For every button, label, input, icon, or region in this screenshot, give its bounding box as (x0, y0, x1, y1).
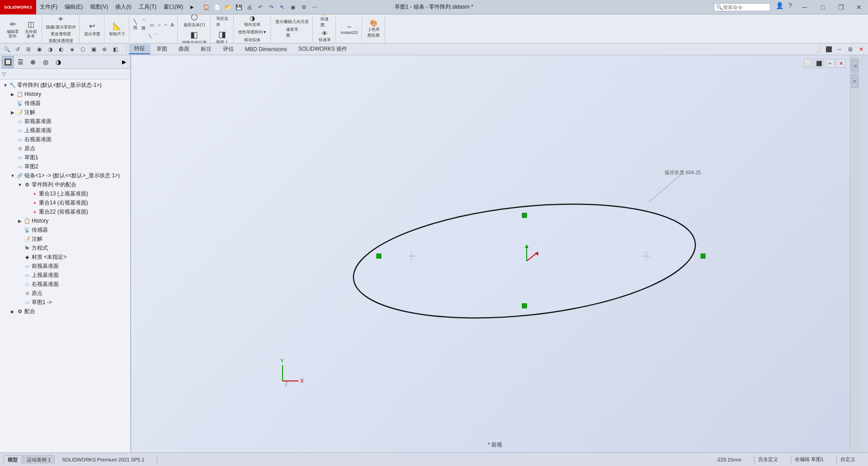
tab-evaluate[interactable]: 评估 (217, 44, 239, 54)
view-icon-1[interactable]: 🔍 (2, 44, 12, 54)
vp-close-btn[interactable]: ✕ (836, 59, 845, 68)
vp-btn-1[interactable]: ⬜ (804, 59, 813, 68)
restore-button[interactable]: ❐ (832, 0, 850, 14)
vp-btn-3[interactable]: ↔ (826, 59, 835, 68)
spline-button[interactable]: ~ (163, 22, 168, 28)
change-transparency-button[interactable]: 更改透明度 (49, 31, 72, 38)
menu-expand[interactable]: ▶ (187, 0, 198, 14)
menu-view[interactable]: 视图(V) (86, 0, 112, 14)
tree-item-right-plane2[interactable]: ▶ ▭ 右视基准面 (0, 280, 130, 289)
quick-snap-button[interactable]: ⚡ 快速图 (316, 14, 334, 29)
offset-entities-button[interactable]: ≡ 等距实体 (213, 14, 231, 29)
handle-bottom[interactable] (522, 304, 527, 308)
tree-item-right-plane[interactable]: ▶ ▭ 右视基准面 (0, 135, 130, 144)
view-icon-5[interactable]: ◑ (45, 44, 55, 54)
close-button[interactable]: ✕ (850, 0, 868, 14)
fm-icon-dxfmanager[interactable]: ◎ (40, 56, 52, 68)
panel-toggle-1[interactable]: ⬜ (813, 44, 823, 54)
toolbar-home[interactable]: 🏠 (201, 2, 211, 12)
handle-right[interactable] (701, 254, 705, 258)
linear-array-button[interactable]: 线性草图阵列▼ (236, 29, 269, 36)
tree-item-front-plane[interactable]: ▶ ▭ 前视基准面 (0, 117, 130, 126)
panel-expand[interactable]: ⊞ (845, 44, 855, 54)
tree-item-mates[interactable]: ▼ ⚙ 零件阵列 中的配合 (0, 180, 130, 189)
tree-item-coincident22[interactable]: ▶ 🔺 重合22 (前视基准面) (0, 207, 130, 216)
menu-window[interactable]: 窗口(W) (160, 0, 187, 14)
tree-item-origin2[interactable]: ▶ ⊕ 原点 (0, 289, 130, 298)
show-hide-geo-button[interactable]: 显示/删除几何关系 (274, 18, 311, 26)
tree-item-sensor1[interactable]: ▶ 📡 传感器 (0, 99, 130, 108)
edit-component-button[interactable]: ✏ 编辑零部件 (4, 18, 22, 40)
tab-surface[interactable]: 曲面 (173, 44, 195, 54)
tab-features[interactable]: 特征 (129, 44, 151, 54)
exit-sketch-button[interactable]: ↩ 退出草图 (82, 19, 102, 38)
view-icon-9[interactable]: ▣ (89, 44, 99, 54)
tree-item-origin1[interactable]: ▶ ⊕ 原点 (0, 144, 130, 153)
tab-sketch[interactable]: 草图 (151, 44, 173, 54)
fm-icon-configmanager[interactable]: ⊕ (27, 56, 39, 68)
rect-button[interactable]: ▭ (148, 22, 156, 29)
smart-dimension-button[interactable]: 📐 智能尺寸 (107, 19, 127, 38)
circle-button[interactable]: ○ (156, 22, 162, 28)
menu-tools[interactable]: 工具(T) (135, 0, 160, 14)
tree-item-material[interactable]: ▶ ◈ 材质 <未指定> (0, 252, 130, 262)
toolbar-3d[interactable]: ◉ (288, 2, 298, 12)
quick-view-button[interactable]: 👁 快速草图 (316, 29, 334, 44)
tree-item-sketch1[interactable]: ▶ ▭ 草图1 (0, 153, 130, 162)
fm-icon-featuremanager[interactable]: 🔲 (2, 56, 14, 68)
show-hide-button[interactable]: 👁 隐藏/显示零部件 (45, 14, 77, 31)
tree-item-mates2[interactable]: ▶ ⚙ 配合 (0, 307, 130, 316)
arc-sm-button[interactable]: ⌒ (153, 33, 160, 39)
fm-expand-button[interactable]: ▶ (119, 56, 128, 68)
handle-left[interactable] (377, 254, 381, 258)
vp-btn-2[interactable]: ⬛ (815, 59, 824, 68)
fm-icon-propertymanager[interactable]: ☰ (14, 56, 26, 68)
panel-close[interactable]: ✕ (856, 44, 866, 54)
tree-item-history2[interactable]: ▶ 📋 History (0, 216, 130, 225)
view-icon-3[interactable]: ⊞ (24, 44, 33, 54)
toolbar-open[interactable]: 📂 (223, 2, 233, 12)
toolbar-select[interactable]: ↖ (277, 2, 287, 12)
toolbar-settings[interactable]: ⚙ (299, 2, 309, 12)
tree-item-coincident14[interactable]: ▶ 🔺 重合14 (右视基准面) (0, 198, 130, 207)
side-btn-1[interactable]: ◁ (851, 59, 859, 72)
tab-model[interactable]: 模型 (4, 455, 22, 464)
view-icon-11[interactable]: ◧ (110, 44, 120, 54)
tab-mbd[interactable]: MBD Dimensions (240, 45, 292, 53)
surface-button[interactable]: ◨ 曲面上偏移 (213, 29, 231, 43)
toolbar-print[interactable]: 🖨 (245, 2, 255, 12)
view-icon-6[interactable]: ◐ (56, 44, 66, 54)
panel-toggle-3[interactable]: ↔ (835, 44, 844, 54)
view-icon-7[interactable]: ◈ (67, 44, 77, 54)
tree-root[interactable]: ▼ 🔧 零件阵列 (默认<默认_显示状态-1>) (0, 81, 130, 90)
toolbar-save[interactable]: 💾 (234, 2, 244, 12)
line-sm-button[interactable]: ╲ (147, 33, 152, 39)
panel-toggle-2[interactable]: ⬛ (824, 44, 834, 54)
fm-icon-displaymanager[interactable]: ◑ (52, 56, 64, 68)
trim-solid-button[interactable]: ⬡ 裁剪实体(T) (182, 14, 207, 29)
instant2d-button[interactable]: ↔ Instant2D (339, 22, 360, 36)
arc-button[interactable]: ⌒ 圆 (140, 18, 147, 32)
search-input[interactable] (723, 5, 768, 10)
tree-item-top-plane[interactable]: ▶ ▭ 上视基准面 (0, 126, 130, 135)
user-icon[interactable]: 👤 (774, 0, 785, 11)
oval-sketch[interactable] (348, 189, 701, 333)
text-button[interactable]: A (170, 22, 175, 28)
help-icon[interactable]: ? (785, 0, 796, 11)
tree-item-coincident13[interactable]: ▶ 🔺 重合13 (上视基准面) (0, 189, 130, 198)
repair-sketch-button[interactable]: 修复草图 (283, 26, 301, 39)
toolbar-redo[interactable]: ↷ (266, 2, 276, 12)
toolbar-new[interactable]: 📄 (212, 2, 222, 12)
tree-item-sketch2[interactable]: ▶ ▭ 草图2 (0, 162, 130, 171)
move-button[interactable]: 移动实体 (242, 36, 262, 43)
tab-motion[interactable]: 运动算例 1 (23, 455, 55, 464)
tree-item-top-plane2[interactable]: ▶ ▭ 上视基准面 (0, 271, 130, 280)
color-button[interactable]: 🎨 上色草图轮廓 (365, 19, 383, 39)
line-button[interactable]: ╲ 线 (132, 19, 139, 31)
toolbar-undo[interactable]: ↶ (255, 2, 265, 12)
tree-item-sketch1b[interactable]: ▶ ▭ 草图1 -> (0, 298, 130, 307)
convert-entities-button[interactable]: ◧ 转换实体引用 (180, 29, 208, 44)
menu-edit[interactable]: 编辑(E) (61, 0, 86, 14)
assembly-transparency-button[interactable]: 装配体透明度 (47, 38, 75, 43)
menu-file[interactable]: 文件(F) (36, 0, 61, 14)
